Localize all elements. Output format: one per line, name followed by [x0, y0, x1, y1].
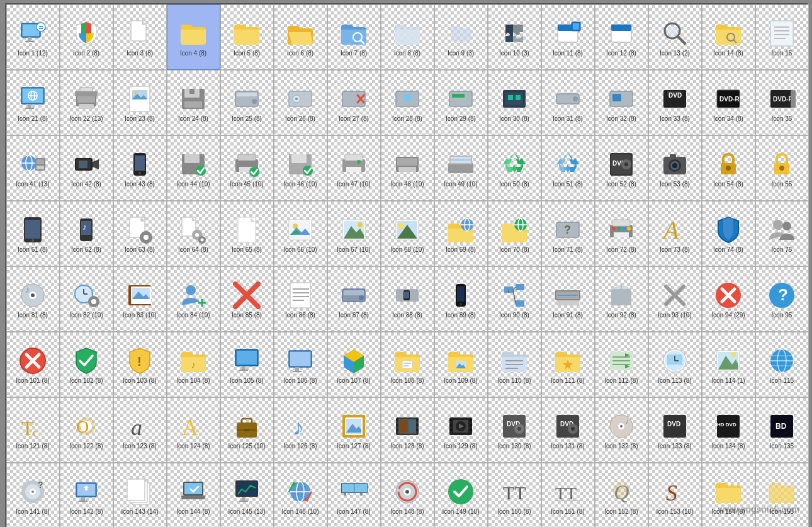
icon-31[interactable]: Icon 31 (8): [541, 70, 595, 135]
icon-92[interactable]: Icon 92 (8): [595, 266, 648, 332]
icon-2[interactable]: Icon 2 (8): [60, 4, 113, 70]
icon-113[interactable]: Icon 113 (8): [648, 332, 702, 397]
icon-83[interactable]: Icon 83 (10): [113, 266, 167, 332]
icon-4[interactable]: Icon 4 (8): [167, 4, 220, 70]
icon-65[interactable]: Icon 65 (8): [220, 201, 274, 266]
icon-149[interactable]: Icon 149 (10): [434, 463, 488, 527]
icon-66[interactable]: Icon 66 (10): [274, 201, 327, 266]
icon-25[interactable]: Icon 25 (8): [220, 70, 274, 135]
icon-111[interactable]: Icon 111 (8): [541, 332, 595, 397]
icon-69[interactable]: Icon 69 (8): [434, 201, 488, 266]
icon-112[interactable]: Icon 112 (8): [595, 332, 648, 397]
icon-133[interactable]: DVDIcon 133 (8): [648, 397, 702, 463]
icon-151[interactable]: TTIcon 151 (8): [541, 463, 595, 527]
icon-23[interactable]: Icon 23 (8): [113, 70, 167, 135]
icon-5[interactable]: Icon 5 (8): [220, 4, 274, 70]
icon-134[interactable]: HD DVDIcon 134 (8): [702, 397, 755, 463]
icon-32[interactable]: Icon 32 (8): [595, 70, 648, 135]
icon-95[interactable]: ?Icon 95: [755, 266, 809, 332]
icon-89[interactable]: Icon 89 (8): [434, 266, 488, 332]
icon-101[interactable]: Icon 101 (8): [6, 332, 60, 397]
icon-104[interactable]: ♪Icon 104 (8): [167, 332, 220, 397]
icon-82[interactable]: Icon 82 (10): [60, 266, 113, 332]
icon-49[interactable]: Icon 49 (10): [434, 135, 488, 201]
icon-142[interactable]: Icon 142 (8): [60, 463, 113, 527]
icon-84[interactable]: Icon 84 (10): [167, 266, 220, 332]
icon-70[interactable]: Icon 70 (8): [488, 201, 541, 266]
icon-8[interactable]: Icon 8 (8): [381, 4, 434, 70]
icon-45[interactable]: Icon 45 (10): [220, 135, 274, 201]
icon-48[interactable]: Icon 48 (10): [381, 135, 434, 201]
icon-9[interactable]: Icon 9 (3): [434, 4, 488, 70]
icon-88[interactable]: Icon 88 (8): [381, 266, 434, 332]
icon-3[interactable]: Icon 3 (8): [113, 4, 167, 70]
icon-15[interactable]: Icon 15: [755, 4, 809, 70]
icon-11[interactable]: Icon 11 (8): [541, 4, 595, 70]
icon-72[interactable]: Icon 72 (8): [595, 201, 648, 266]
icon-94[interactable]: Icon 94 (29): [702, 266, 755, 332]
icon-114[interactable]: Icon 114 (1): [702, 332, 755, 397]
icon-52[interactable]: DVDIcon 52 (8): [595, 135, 648, 201]
icon-121[interactable]: TcIcon 121 (8): [6, 397, 60, 463]
icon-81[interactable]: ♪Icon 81 (8): [6, 266, 60, 332]
icon-62[interactable]: ♪Icon 62 (8): [60, 201, 113, 266]
icon-61[interactable]: Icon 61 (8): [6, 201, 60, 266]
icon-41[interactable]: Icon 41 (13): [6, 135, 60, 201]
icon-144[interactable]: Icon 144 (8): [167, 463, 220, 527]
icon-147[interactable]: Icon 147 (8): [327, 463, 381, 527]
icon-115[interactable]: Icon 115: [755, 332, 809, 397]
icon-43[interactable]: Icon 43 (8): [113, 135, 167, 201]
icon-107[interactable]: Icon 107 (8): [327, 332, 381, 397]
icon-44[interactable]: Icon 44 (10): [167, 135, 220, 201]
icon-93[interactable]: Icon 93 (10): [648, 266, 702, 332]
icon-53[interactable]: Icon 53 (8): [648, 135, 702, 201]
icon-6[interactable]: Icon 6 (8): [274, 4, 327, 70]
icon-123[interactable]: aIcon 123 (8): [113, 397, 167, 463]
icon-125[interactable]: Icon 125 (10): [220, 397, 274, 463]
icon-28[interactable]: Icon 28 (8): [381, 70, 434, 135]
icon-13[interactable]: Icon 13 (2): [648, 4, 702, 70]
icon-34[interactable]: DVD-RIcon 34 (8): [702, 70, 755, 135]
icon-85[interactable]: Icon 85 (8): [220, 266, 274, 332]
icon-122[interactable]: OIcon 122 (8): [60, 397, 113, 463]
icon-30[interactable]: Icon 30 (8): [488, 70, 541, 135]
icon-90[interactable]: Icon 90 (8): [488, 266, 541, 332]
icon-130[interactable]: DVDIcon 130 (8): [488, 397, 541, 463]
icon-145[interactable]: Icon 145 (13): [220, 463, 274, 527]
icon-1[interactable]: Icon 1 (12): [6, 4, 60, 70]
icon-74[interactable]: Icon 74 (8): [702, 201, 755, 266]
icon-27[interactable]: Icon 27 (8): [327, 70, 381, 135]
icon-12[interactable]: Icon 12 (8): [595, 4, 648, 70]
icon-73[interactable]: AIcon 73 (8): [648, 201, 702, 266]
icon-67[interactable]: Icon 67 (10): [327, 201, 381, 266]
icon-141[interactable]: ?Icon 141 (8): [6, 463, 60, 527]
icon-108[interactable]: Icon 108 (8): [381, 332, 434, 397]
icon-68[interactable]: Icon 68 (10): [381, 201, 434, 266]
icon-106[interactable]: Icon 106 (8): [274, 332, 327, 397]
icon-35[interactable]: DVD-RIcon 35: [755, 70, 809, 135]
icon-127[interactable]: Icon 127 (8): [327, 397, 381, 463]
icon-10[interactable]: Icon 10 (3): [488, 4, 541, 70]
icon-131[interactable]: DVDIcon 131 (8): [541, 397, 595, 463]
icon-46[interactable]: Icon 46 (10): [274, 135, 327, 201]
icon-132[interactable]: ♪Icon 132 (8): [595, 397, 648, 463]
icon-91[interactable]: Icon 91 (8): [541, 266, 595, 332]
icon-155[interactable]: Icon 155: [755, 463, 809, 527]
icon-109[interactable]: Icon 109 (8): [434, 332, 488, 397]
icon-105[interactable]: Icon 105 (8): [220, 332, 274, 397]
icon-51[interactable]: Icon 51 (8): [541, 135, 595, 201]
icon-47[interactable]: Icon 47 (10): [327, 135, 381, 201]
icon-55[interactable]: Icon 55: [755, 135, 809, 201]
icon-29[interactable]: Icon 29 (8): [434, 70, 488, 135]
icon-146[interactable]: Icon 146 (10): [274, 463, 327, 527]
icon-154[interactable]: Icon 154 (8): [702, 463, 755, 527]
icon-102[interactable]: Icon 102 (8): [60, 332, 113, 397]
icon-124[interactable]: AIcon 124 (8): [167, 397, 220, 463]
icon-86[interactable]: Icon 86 (8): [274, 266, 327, 332]
icon-135[interactable]: BDIcon 135: [755, 397, 809, 463]
icon-75[interactable]: Icon 75: [755, 201, 809, 266]
icon-64[interactable]: Icon 64 (8): [167, 201, 220, 266]
icon-7[interactable]: Icon 7 (8): [327, 4, 381, 70]
icon-21[interactable]: Icon 21 (8): [6, 70, 60, 135]
icon-71[interactable]: ?Icon 71 (8): [541, 201, 595, 266]
